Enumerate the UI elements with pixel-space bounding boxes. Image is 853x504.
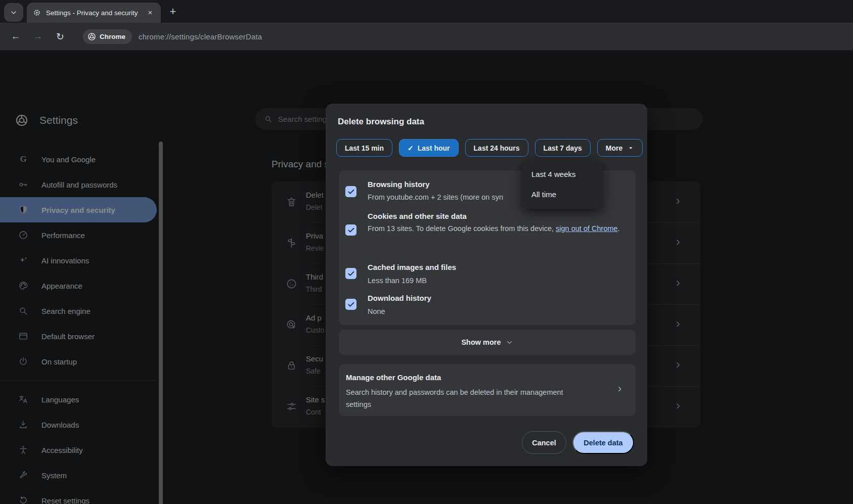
menu-item-all-time[interactable]: All time bbox=[523, 185, 602, 205]
settings-gear-favicon-icon bbox=[33, 9, 41, 17]
chrome-url-badge[interactable]: Chrome bbox=[83, 29, 132, 44]
chevron-down-icon bbox=[506, 339, 513, 346]
time-chip-last-hour[interactable]: ✓ Last hour bbox=[399, 139, 459, 157]
show-more-button[interactable]: Show more bbox=[339, 330, 636, 355]
tab-search-button[interactable] bbox=[4, 3, 23, 22]
back-button[interactable]: ← bbox=[7, 28, 24, 45]
chevron-right-icon: › bbox=[618, 382, 621, 395]
sign-out-of-chrome-link[interactable]: sign out of Chrome bbox=[556, 224, 618, 233]
manage-other-google-data-row[interactable]: Manage other Google data Search history … bbox=[339, 364, 636, 416]
time-chip-more[interactable]: More bbox=[597, 139, 643, 157]
forward-arrow-icon: → bbox=[33, 31, 43, 42]
more-time-ranges-menu: Last 4 weeks All time bbox=[523, 160, 602, 209]
menu-item-last-4-weeks[interactable]: Last 4 weeks bbox=[523, 164, 602, 185]
dialog-title: Delete browsing data bbox=[338, 117, 424, 127]
chevron-down-icon bbox=[10, 9, 18, 17]
forward-button[interactable]: → bbox=[29, 28, 47, 45]
time-chip-last-7-days[interactable]: Last 7 days bbox=[535, 139, 591, 157]
url-text[interactable]: chrome://settings/clearBrowserData bbox=[139, 32, 262, 41]
cookies-checkbox[interactable] bbox=[345, 224, 356, 236]
delete-browsing-data-dialog: Delete browsing data Last 15 min ✓ Last … bbox=[326, 104, 647, 466]
chrome-logo-icon bbox=[87, 32, 96, 41]
cached-images-checkbox[interactable] bbox=[345, 268, 356, 279]
reload-button[interactable]: ↻ bbox=[52, 28, 69, 45]
delete-data-button[interactable]: Delete data bbox=[572, 431, 634, 454]
dropdown-caret-icon bbox=[627, 145, 634, 151]
new-tab-button[interactable]: + bbox=[167, 6, 179, 18]
tab-title: Settings - Privacy and security bbox=[46, 9, 142, 17]
check-icon: ✓ bbox=[408, 144, 414, 152]
browser-window: Settings - Privacy and security × + ← → … bbox=[0, 0, 853, 504]
active-tab[interactable]: Settings - Privacy and security × bbox=[27, 3, 161, 23]
back-arrow-icon: ← bbox=[11, 31, 21, 42]
tab-strip: Settings - Privacy and security × + bbox=[0, 0, 853, 23]
browser-toolbar: ← → ↻ Chrome chrome://settings/clearBrow… bbox=[0, 23, 853, 51]
badge-label: Chrome bbox=[100, 33, 125, 40]
time-chip-last-24-hours[interactable]: Last 24 hours bbox=[465, 139, 528, 157]
download-history-checkbox[interactable] bbox=[345, 299, 356, 310]
time-range-chips: Last 15 min ✓ Last hour Last 24 hours La… bbox=[336, 139, 643, 157]
time-chip-last-15-min[interactable]: Last 15 min bbox=[336, 139, 392, 157]
tab-close-icon[interactable]: × bbox=[146, 8, 155, 17]
cancel-button[interactable]: Cancel bbox=[522, 431, 566, 454]
reload-icon: ↻ bbox=[56, 31, 64, 42]
browsing-history-checkbox[interactable] bbox=[345, 186, 356, 197]
